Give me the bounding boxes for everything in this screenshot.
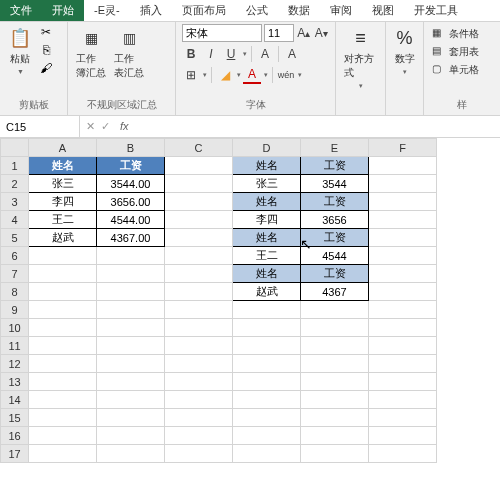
menu-eling[interactable]: -E灵- xyxy=(84,0,130,21)
italic-button[interactable]: I xyxy=(202,45,220,63)
cell[interactable] xyxy=(233,355,301,373)
cell[interactable] xyxy=(29,445,97,463)
cell[interactable] xyxy=(165,193,233,211)
row-header[interactable]: 6 xyxy=(1,247,29,265)
cell[interactable]: 工资 xyxy=(301,193,369,211)
cell[interactable] xyxy=(369,373,437,391)
cell[interactable] xyxy=(97,265,165,283)
cell[interactable] xyxy=(233,427,301,445)
cell[interactable] xyxy=(369,247,437,265)
row-header[interactable]: 11 xyxy=(1,337,29,355)
border-button[interactable]: ⊞ xyxy=(182,66,200,84)
cell[interactable] xyxy=(369,319,437,337)
cell[interactable] xyxy=(369,391,437,409)
fill-color-button[interactable]: ◢ xyxy=(216,66,234,84)
cell[interactable]: 赵武 xyxy=(233,283,301,301)
cell[interactable] xyxy=(301,301,369,319)
alignment-button[interactable]: ≡ 对齐方式 ▾ xyxy=(342,24,379,92)
paste-button[interactable]: 📋 粘贴 ▼ xyxy=(6,24,34,77)
menu-review[interactable]: 审阅 xyxy=(320,0,362,21)
cell[interactable] xyxy=(233,319,301,337)
cell[interactable] xyxy=(369,193,437,211)
cell[interactable] xyxy=(301,337,369,355)
cell[interactable]: 3656.00 xyxy=(97,193,165,211)
row-header[interactable]: 15 xyxy=(1,409,29,427)
cell[interactable] xyxy=(97,247,165,265)
col-header[interactable]: F xyxy=(369,139,437,157)
format-painter-icon[interactable]: 🖌 xyxy=(38,60,54,76)
menu-file[interactable]: 文件 xyxy=(0,0,42,21)
cell[interactable] xyxy=(233,445,301,463)
menu-pagelayout[interactable]: 页面布局 xyxy=(172,0,236,21)
cell[interactable] xyxy=(165,337,233,355)
cell[interactable] xyxy=(165,319,233,337)
cell[interactable]: 姓名 xyxy=(233,193,301,211)
menu-view[interactable]: 视图 xyxy=(362,0,404,21)
cell[interactable] xyxy=(97,301,165,319)
row-header[interactable]: 17 xyxy=(1,445,29,463)
col-header[interactable]: D xyxy=(233,139,301,157)
font-color-button[interactable]: A xyxy=(243,66,261,84)
cell[interactable]: 工资 xyxy=(301,157,369,175)
number-format-button[interactable]: % 数字 ▾ xyxy=(392,24,417,78)
col-header[interactable]: B xyxy=(97,139,165,157)
cell[interactable] xyxy=(369,175,437,193)
cell[interactable] xyxy=(165,427,233,445)
cell[interactable] xyxy=(165,283,233,301)
cell[interactable] xyxy=(301,427,369,445)
table-format-button[interactable]: ▤套用表 xyxy=(430,44,494,60)
row-header[interactable]: 4 xyxy=(1,211,29,229)
cell[interactable] xyxy=(165,211,233,229)
cell[interactable] xyxy=(301,319,369,337)
cell[interactable] xyxy=(301,445,369,463)
cell[interactable] xyxy=(97,445,165,463)
cell[interactable] xyxy=(233,337,301,355)
cell[interactable] xyxy=(29,409,97,427)
cell[interactable] xyxy=(97,283,165,301)
cell[interactable]: 3544.00 xyxy=(97,175,165,193)
cell[interactable] xyxy=(165,373,233,391)
cell[interactable]: 李四 xyxy=(233,211,301,229)
cell-style-button[interactable]: ▢单元格 xyxy=(430,62,494,78)
cell[interactable] xyxy=(233,391,301,409)
row-header[interactable]: 13 xyxy=(1,373,29,391)
cell[interactable] xyxy=(29,319,97,337)
select-all-corner[interactable] xyxy=(1,139,29,157)
cell[interactable]: 张三 xyxy=(29,175,97,193)
copy-icon[interactable]: ⎘ xyxy=(38,42,54,58)
menu-dev[interactable]: 开发工具 xyxy=(404,0,468,21)
row-header[interactable]: 12 xyxy=(1,355,29,373)
row-header[interactable]: 3 xyxy=(1,193,29,211)
worksheet-summary-button[interactable]: ▥ 工作 表汇总 xyxy=(112,24,146,82)
font-color-a-icon[interactable]: A xyxy=(256,45,274,63)
row-header[interactable]: 16 xyxy=(1,427,29,445)
cell[interactable] xyxy=(369,337,437,355)
cell[interactable]: 工资 xyxy=(97,157,165,175)
cell[interactable] xyxy=(233,301,301,319)
cell[interactable] xyxy=(97,427,165,445)
cell[interactable] xyxy=(301,409,369,427)
cell[interactable] xyxy=(97,409,165,427)
cell[interactable]: 工资 xyxy=(301,229,369,247)
cell[interactable] xyxy=(165,391,233,409)
accept-formula-icon[interactable]: ✓ xyxy=(101,120,110,133)
cell[interactable] xyxy=(233,409,301,427)
cell[interactable] xyxy=(29,247,97,265)
cell[interactable]: 赵武 xyxy=(29,229,97,247)
cell[interactable] xyxy=(29,301,97,319)
cell[interactable] xyxy=(97,355,165,373)
cell[interactable] xyxy=(165,247,233,265)
cell[interactable] xyxy=(29,265,97,283)
fx-icon[interactable]: fx xyxy=(116,120,133,133)
col-header[interactable]: A xyxy=(29,139,97,157)
font-size-select[interactable] xyxy=(264,24,294,42)
menu-data[interactable]: 数据 xyxy=(278,0,320,21)
cell[interactable]: 王二 xyxy=(29,211,97,229)
cell[interactable] xyxy=(369,427,437,445)
cell[interactable] xyxy=(97,319,165,337)
row-header[interactable]: 8 xyxy=(1,283,29,301)
bold-button[interactable]: B xyxy=(182,45,200,63)
cell[interactable] xyxy=(369,409,437,427)
row-header[interactable]: 10 xyxy=(1,319,29,337)
cell[interactable] xyxy=(369,229,437,247)
